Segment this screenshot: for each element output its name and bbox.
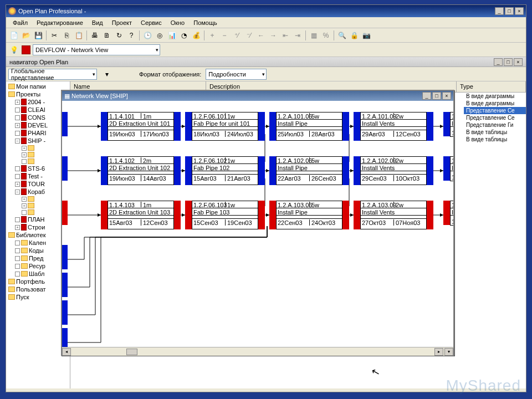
representation-select[interactable]: Глобальное представление	[8, 69, 97, 80]
network-node[interactable]	[62, 300, 68, 325]
scroll-right-button[interactable]: ▸	[434, 348, 443, 356]
tree-item[interactable]: +	[7, 196, 69, 202]
expand-icon[interactable]	[22, 210, 27, 215]
scroll-left-button[interactable]: ◂	[62, 348, 71, 356]
type-item[interactable]: Представление Ги	[464, 121, 526, 129]
menu-Вид[interactable]: Вид	[89, 18, 106, 27]
expand-icon[interactable]: +	[15, 225, 20, 230]
tree-item[interactable]: Пользоват	[7, 285, 69, 293]
print-icon[interactable]: 🖶	[89, 30, 100, 41]
flag-icon[interactable]: ◔	[178, 30, 190, 41]
scroll-down-button[interactable]: ▾	[444, 348, 453, 356]
network-node[interactable]: 1.1.4.1011m2D Extraction Unit 10119Июн03…	[101, 112, 181, 141]
left-icon[interactable]: ←	[255, 30, 267, 41]
expand-icon[interactable]	[22, 159, 27, 164]
view-select[interactable]: DEVFLOW - Network View	[33, 44, 160, 55]
tree-item[interactable]: −Кораб	[7, 188, 69, 196]
network-node[interactable]: 1.In15	[443, 112, 453, 137]
minus-icon[interactable]: −	[219, 30, 230, 41]
net-max-button[interactable]: □	[432, 92, 441, 100]
expand-icon[interactable]	[15, 174, 20, 179]
expand-icon[interactable]	[15, 217, 20, 222]
tree-item[interactable]: CLEAI	[7, 106, 69, 114]
network-node[interactable]: 1.2.F.06.1021wFab Pipe 10215Авг0321Авг03	[185, 156, 265, 185]
tree-item[interactable]: +	[7, 202, 69, 209]
refresh-icon[interactable]: ↻	[114, 30, 125, 41]
expand-icon[interactable]: +	[22, 152, 27, 157]
expand-icon[interactable]	[15, 131, 20, 136]
network-node[interactable]	[62, 328, 68, 347]
tree-item[interactable]: +Строи	[7, 223, 69, 231]
paste-icon[interactable]: 📋	[73, 30, 84, 41]
type-item[interactable]: В виде таблицы	[464, 129, 526, 136]
restore-button[interactable]: □	[505, 7, 514, 15]
target-icon[interactable]: ◎	[154, 30, 165, 41]
plus-icon[interactable]: +	[207, 30, 218, 41]
tree-item[interactable]: Test -	[7, 172, 69, 180]
network-node[interactable]: 1.In13	[443, 156, 453, 181]
tree-item[interactable]	[7, 158, 69, 165]
tree-item[interactable]: Пуск	[7, 293, 69, 301]
network-node[interactable]: 1.In10	[443, 201, 453, 226]
network-node[interactable]: 1.1.4.1031m2D Extraction Unit 10315Авг03…	[101, 201, 181, 229]
tree-item[interactable]: Ресур	[7, 262, 69, 270]
network-node[interactable]: 1.2.A.103.065wInstall Pipe22Сен0324Окт03	[269, 201, 349, 229]
network-node[interactable]: 1.2.A.103.092wInstall Vents27Окт0307Ноя0…	[354, 201, 433, 229]
expand-icon[interactable]: +	[22, 203, 27, 208]
expand-icon[interactable]: +	[15, 182, 20, 187]
network-node[interactable]: 1.2.F.06.1031wFab Pipe 10315Сен0319Сен03	[185, 201, 265, 229]
expand-icon[interactable]	[15, 248, 20, 253]
expand-icon[interactable]	[15, 108, 20, 112]
menu-Сервис[interactable]: Сервис	[137, 18, 165, 27]
tree-item[interactable]: +DEVEL	[7, 121, 69, 129]
light-icon[interactable]: 💡	[8, 44, 19, 55]
col-type[interactable]: Type	[457, 81, 526, 92]
cut-icon[interactable]: ✂	[49, 30, 60, 41]
network-title-bar[interactable]: ▦ Network View [SHIP] _ □ ×	[62, 91, 453, 101]
menu-Проект[interactable]: Проект	[109, 18, 135, 27]
save-icon[interactable]: 💾	[33, 30, 44, 41]
network-node[interactable]: 1.2.A.102.065wInstall Pipe22Авг0326Сен03	[269, 156, 349, 185]
tree-item[interactable]: Пред	[7, 254, 69, 262]
expand-icon[interactable]	[15, 256, 20, 261]
menu-Помощь[interactable]: Помощь	[190, 18, 221, 27]
net-min-button[interactable]: _	[422, 92, 431, 100]
tree-item[interactable]: +TOUR	[7, 180, 69, 188]
type-item[interactable]: В виде диаграммы	[464, 93, 526, 100]
menu-Файл[interactable]: Файл	[9, 18, 31, 27]
scroll-thumb[interactable]	[126, 349, 137, 355]
lock-icon[interactable]: 🔒	[349, 30, 360, 41]
nav-close-button[interactable]: ×	[514, 58, 523, 66]
expand-icon[interactable]	[15, 115, 20, 120]
network-node[interactable]	[62, 201, 68, 225]
expand-icon[interactable]: +	[22, 197, 27, 202]
currency-icon[interactable]: 💰	[191, 30, 202, 41]
tool-icon[interactable]: ▾	[101, 69, 112, 80]
open-icon[interactable]: 📂	[21, 30, 32, 41]
dblright-icon[interactable]: ⇥	[292, 30, 303, 41]
expand-icon[interactable]	[15, 241, 20, 245]
preview-icon[interactable]: 🗎	[101, 30, 112, 41]
expand-icon[interactable]	[15, 166, 20, 171]
minimize-button[interactable]: _	[495, 7, 504, 15]
help-icon[interactable]: ?	[126, 30, 137, 41]
title-bar[interactable]: Open Plan Professional - _ □ ×	[6, 5, 526, 17]
chart-icon[interactable]: 📊	[166, 30, 177, 41]
nav-min-button[interactable]: _	[494, 58, 503, 66]
tree-item[interactable]: ПЛАН	[7, 216, 69, 223]
dblleft-icon[interactable]: ⇤	[280, 30, 291, 41]
network-node[interactable]	[62, 112, 68, 136]
project-icon[interactable]	[22, 45, 30, 54]
tree-item[interactable]: Портфель	[7, 278, 69, 285]
tree-item[interactable]: Шабл	[7, 270, 69, 278]
tree-item[interactable]: Мои папки	[7, 83, 69, 90]
expand-icon[interactable]: +	[15, 123, 20, 128]
expand-icon[interactable]: +	[15, 100, 20, 105]
tree-item[interactable]: +2004 -	[7, 98, 69, 106]
network-node[interactable]: 1.2.A.102.092wInstall Vents29Сен0310Окт0…	[354, 156, 433, 185]
minus2-icon[interactable]: ⁻⁄	[243, 30, 254, 41]
tree-item[interactable]	[7, 209, 69, 216]
expand-icon[interactable]: −	[15, 139, 20, 144]
network-node[interactable]: 1.1.4.1022m2D Extraction Unit 10219Июн03…	[101, 156, 181, 185]
type-item[interactable]: В виде таблицы	[464, 136, 526, 143]
